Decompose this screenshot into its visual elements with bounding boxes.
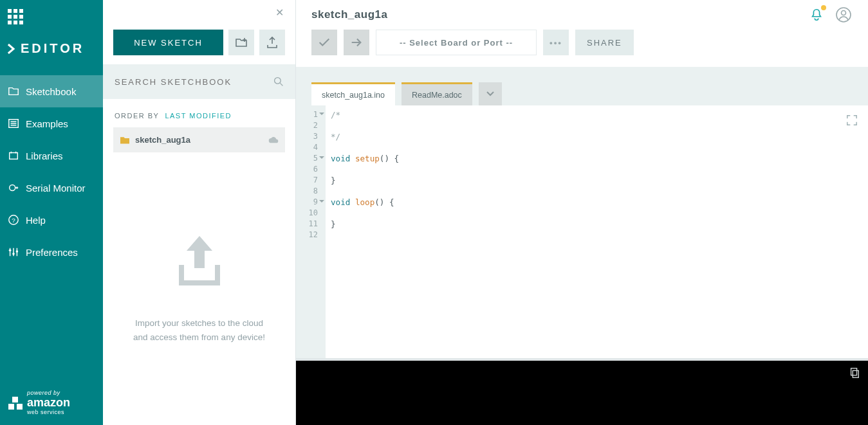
ellipsis-icon: ••• [549, 38, 562, 48]
orderby-select[interactable]: LAST MODIFIED [165, 112, 232, 120]
sidebar-item-label: Serial Monitor [26, 183, 86, 194]
bell-icon [809, 8, 824, 22]
new-sketch-button[interactable]: NEW SKETCH [113, 30, 223, 55]
upload-code-button[interactable] [344, 30, 369, 55]
import-text: Import your sketches to the cloud and ac… [129, 316, 270, 344]
folder-icon [120, 136, 130, 145]
svg-rect-12 [853, 370, 858, 377]
svg-point-6 [12, 253, 15, 255]
expand-icon [846, 114, 858, 126]
upload-large-icon [167, 233, 232, 291]
app-title: EDITOR [0, 41, 103, 75]
aws-logo: powered by amazon web services [0, 385, 103, 425]
line-gutter: 1234 5678 9101112 [296, 105, 326, 358]
tab-readme[interactable]: ReadMe.adoc [402, 82, 472, 105]
sidebar-item-label: Help [26, 215, 46, 226]
svg-point-10 [842, 11, 846, 15]
svg-point-8 [275, 78, 281, 84]
sidebar-item-label: Libraries [26, 150, 63, 161]
cloud-sync-icon [268, 136, 279, 145]
svg-rect-1 [10, 153, 18, 159]
titlebar: sketch_aug1a [296, 0, 868, 30]
sidebar-item-help[interactable]: ? Help [0, 204, 103, 236]
arrow-right-icon [349, 35, 364, 50]
code-editor[interactable]: 1234 5678 9101112 /* */ void setup() { }… [296, 105, 868, 358]
board-select[interactable]: -- Select Board or Port -- [376, 30, 537, 55]
svg-rect-11 [851, 368, 857, 375]
sketchbook-panel: ✕ NEW SKETCH ORDER BY LAST MODIFIED sket… [103, 0, 296, 425]
apps-grid-icon[interactable] [8, 9, 24, 26]
sketch-name: sketch_aug1a [135, 135, 190, 145]
search-bar[interactable] [103, 64, 295, 99]
aws-cubes-icon [8, 395, 23, 411]
copy-icon [849, 367, 860, 379]
sidebar-item-examples[interactable]: Examples [0, 107, 103, 140]
sliders-icon [8, 246, 19, 258]
output-console[interactable] [296, 361, 868, 425]
sidebar-item-serial-monitor[interactable]: Serial Monitor [0, 172, 103, 204]
copy-output-button[interactable] [849, 367, 860, 381]
tab-sketch-ino[interactable]: sketch_aug1a.ino [311, 82, 395, 105]
sidebar-item-libraries[interactable]: Libraries [0, 140, 103, 172]
notifications-button[interactable] [808, 6, 826, 24]
notification-dot-icon [821, 5, 826, 10]
more-menu-button[interactable]: ••• [543, 30, 569, 55]
sidebar-item-preferences[interactable]: Preferences [0, 236, 103, 268]
sidebar-item-label: Examples [26, 118, 68, 129]
share-button[interactable]: SHARE [575, 30, 634, 55]
folder-icon [8, 86, 19, 97]
svg-point-7 [16, 250, 19, 253]
fullscreen-button[interactable] [846, 114, 858, 126]
tabbar: sketch_aug1a.ino ReadMe.adoc [296, 67, 868, 105]
svg-text:?: ? [12, 217, 15, 224]
help-icon: ? [8, 214, 19, 226]
serial-icon [8, 182, 19, 194]
upload-icon [266, 36, 279, 49]
search-input[interactable] [115, 77, 284, 87]
user-icon [836, 7, 851, 23]
close-icon[interactable]: ✕ [275, 6, 284, 19]
check-icon [317, 35, 331, 50]
orderby-label: ORDER BY [115, 112, 159, 120]
sidebar: EDITOR Sketchbook Examples Libraries Ser… [0, 0, 103, 425]
new-folder-button[interactable] [228, 30, 254, 55]
profile-button[interactable] [835, 6, 853, 24]
svg-point-2 [10, 185, 15, 191]
import-dropzone[interactable]: Import your sketches to the cloud and ac… [103, 152, 295, 425]
chevron-right-icon [6, 44, 17, 54]
main-area: sketch_aug1a -- Select Board or Port -- … [296, 0, 868, 425]
sidebar-item-label: Preferences [26, 247, 78, 258]
sidebar-item-label: Sketchbook [26, 86, 76, 97]
sidebar-item-sketchbook[interactable]: Sketchbook [0, 75, 103, 107]
import-button[interactable] [259, 30, 285, 55]
tab-dropdown-button[interactable] [479, 82, 502, 105]
search-icon [273, 77, 284, 87]
list-icon [8, 118, 19, 129]
code-content[interactable]: /* */ void setup() { } void loop() { } [326, 105, 868, 358]
toolbar: -- Select Board or Port -- ••• SHARE [296, 30, 868, 67]
svg-point-5 [9, 249, 12, 252]
sketch-list-item[interactable]: sketch_aug1a [113, 127, 285, 152]
orderby-row: ORDER BY LAST MODIFIED [103, 99, 295, 127]
chevron-down-icon [486, 90, 494, 98]
verify-button[interactable] [311, 30, 337, 55]
sketch-title: sketch_aug1a [311, 8, 387, 21]
folder-plus-icon [235, 36, 248, 49]
library-icon [8, 150, 19, 161]
